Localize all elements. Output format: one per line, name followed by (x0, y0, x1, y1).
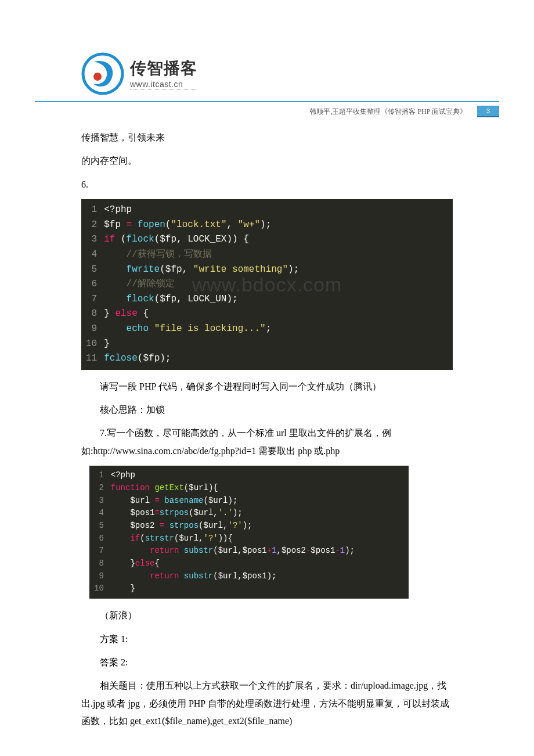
code-block-1: 1234567891011 <?php$fp = fopen("lock.txt… (81, 199, 453, 370)
sub-header: 韩顺平,王超平收集整理《传智播客 PHP 面试宝典》 3 (35, 106, 499, 117)
slogan-line: 传播智慧，引领未来 (81, 129, 453, 146)
body: 传播智慧，引领未来 的内存空间。 6. 1234567891011 <?php$… (35, 129, 499, 730)
related-question: 相关题目：使用五种以上方式获取一个文件的扩展名，要求：dir/upload.im… (81, 677, 453, 730)
logo-cn-name: 传智播客 (130, 57, 197, 80)
q7-text: 7.写一个函数，尽可能高效的，从一个标准 url 里取出文件的扩展名，例如:ht… (81, 424, 453, 460)
logo-text: 传智播客 www.itcast.cn (130, 57, 197, 90)
q6-desc: 请写一段 PHP 代码，确保多个进程同时写入同一个文件成功（腾讯） (81, 378, 453, 395)
code-gutter: 1234567891011 (81, 203, 104, 366)
itcast-logo-icon (81, 52, 124, 95)
code-content: <?phpfunction getExt($url){ $url = basen… (111, 469, 360, 595)
code-gutter: 12345678910 (89, 469, 111, 595)
page-header: 传智播客 www.itcast.cn (35, 52, 499, 102)
answer2-label: 答案 2: (81, 654, 453, 671)
svg-point-0 (83, 54, 122, 93)
memory-line: 的内存空间。 (81, 152, 453, 170)
logo-block: 传智播客 www.itcast.cn (35, 52, 499, 95)
logo-url: www.itcast.cn (130, 80, 197, 90)
svg-point-1 (93, 73, 102, 81)
code-block-2: 12345678910 <?phpfunction getExt($url){ … (89, 466, 409, 599)
sub-header-note: 韩顺平,王超平收集整理《传智播客 PHP 面试宝典》 (309, 107, 467, 117)
code-content: <?php$fp = fopen("lock.txt", "w+");if (f… (104, 203, 305, 366)
document-page: 传智播客 www.itcast.cn 韩顺平,王超平收集整理《传智播客 PHP … (0, 0, 534, 756)
source-label: （新浪） (81, 607, 453, 624)
q6-hint: 核心思路：加锁 (81, 401, 453, 419)
page-number: 3 (477, 106, 499, 117)
plan1-label: 方案 1: (81, 631, 453, 648)
code-block-1-wrap: 1234567891011 <?php$fp = fopen("lock.txt… (81, 199, 453, 370)
q6-label: 6. (81, 176, 453, 193)
